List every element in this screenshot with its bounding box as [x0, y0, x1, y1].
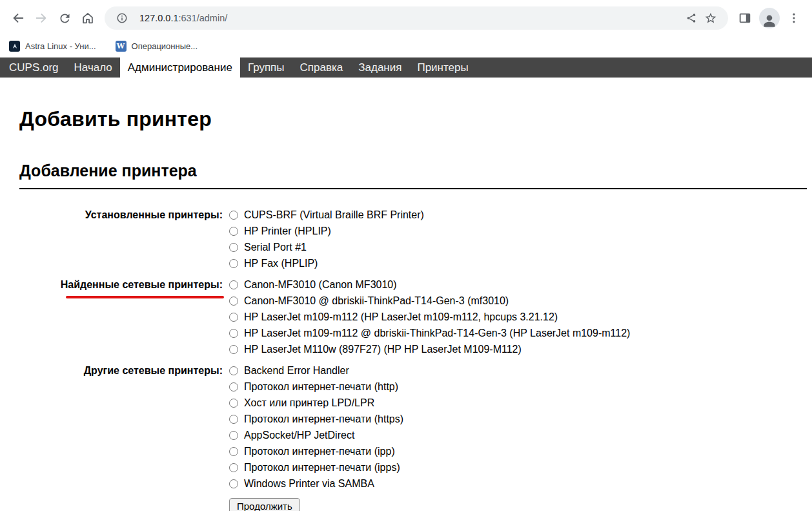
- printer-option-row: Serial Port #1: [228, 239, 807, 255]
- printer-option-row: HP LaserJet m109-m112 @ dbriskii-ThinkPa…: [228, 325, 807, 341]
- browser-menu-button[interactable]: [782, 6, 806, 30]
- printer-option-label: Протокол интернет-печати (https): [244, 413, 403, 425]
- avatar-icon: [761, 12, 778, 28]
- menu-icon: [787, 12, 800, 25]
- printer-radio[interactable]: [229, 415, 238, 424]
- back-button[interactable]: [6, 6, 30, 30]
- share-button[interactable]: [682, 8, 701, 28]
- nav-item[interactable]: Группы: [240, 57, 292, 78]
- printer-radio[interactable]: [229, 479, 238, 488]
- printer-option-label: Serial Port #1: [244, 242, 307, 253]
- form-group-options: Backend Error Handler Протокол интернет-…: [223, 362, 807, 492]
- printer-option-label: Canon-MF3010 (Canon MF3010): [244, 279, 397, 291]
- nav-item-label: Администрирование: [128, 61, 232, 74]
- form-group-options: CUPS-BRF (Virtual Braille BRF Printer) H…: [223, 207, 807, 271]
- page-title: Добавить принтер: [19, 107, 807, 131]
- nav-item[interactable]: Задания: [350, 57, 409, 78]
- printer-option-row: Canon-MF3010 (Canon MF3010): [228, 276, 807, 293]
- printer-option-label: Backend Error Handler: [244, 365, 349, 377]
- printer-option-row: HP LaserJet M110w (897F27) (HP HP LaserJ…: [228, 341, 807, 357]
- printer-radio[interactable]: [229, 463, 238, 472]
- nav-item-label: Группы: [248, 61, 285, 74]
- form-group: Другие сетевые принтеры: Backend Error H…: [6, 362, 807, 492]
- printer-radio[interactable]: [229, 431, 238, 440]
- red-annotation-underline: [66, 296, 224, 298]
- nav-item-label: Справка: [300, 61, 343, 74]
- printer-option-label: AppSocket/HP JetDirect: [244, 430, 354, 441]
- printer-option-row: CUPS-BRF (Virtual Braille BRF Printer): [228, 207, 807, 223]
- printer-option-row: AppSocket/HP JetDirect: [228, 427, 807, 443]
- nav-item[interactable]: Справка: [292, 57, 351, 78]
- section-title: Добавление принтера: [19, 162, 807, 189]
- printer-radio[interactable]: [229, 329, 238, 338]
- form-group: Найденные сетевые принтеры: Canon-MF3010…: [6, 276, 807, 357]
- printer-radio[interactable]: [229, 382, 238, 391]
- bookmark-label: Операционные...: [132, 41, 198, 51]
- nav-item-label: Начало: [74, 61, 112, 74]
- url-path: :631/admin/: [178, 13, 227, 23]
- profile-avatar[interactable]: [759, 8, 780, 28]
- printer-radio[interactable]: [229, 259, 238, 268]
- bookmark-astra-linux[interactable]: Astra Linux - Уни...: [9, 41, 96, 52]
- star-icon: [704, 12, 717, 25]
- add-printer-form: Установленные принтеры: CUPS-BRF (Virtua…: [6, 207, 807, 492]
- bookmark-star-button[interactable]: [701, 8, 720, 28]
- printer-option-label: Протокол интернет-печати (ipps): [244, 462, 400, 474]
- printer-radio[interactable]: [229, 280, 238, 289]
- printer-option-row: HP Printer (HPLIP): [228, 223, 807, 239]
- printer-radio[interactable]: [229, 366, 238, 375]
- nav-item-label: Задания: [358, 61, 401, 74]
- address-bar[interactable]: 127.0.0.1:631/admin/: [105, 6, 728, 30]
- forward-icon: [34, 11, 48, 25]
- printer-option-row: Протокол интернет-печати (ipp): [228, 443, 807, 459]
- printer-radio[interactable]: [229, 297, 238, 306]
- reload-button[interactable]: [53, 6, 76, 30]
- printer-option-row: Хост или принтер LPD/LPR: [228, 395, 807, 411]
- browser-toolbar: 127.0.0.1:631/admin/: [0, 0, 812, 36]
- printer-radio[interactable]: [229, 211, 238, 220]
- url-text: 127.0.0.1:631/admin/: [139, 13, 682, 23]
- printer-option-row: Windows Printer via SAMBA: [228, 475, 807, 492]
- printer-option-row: HP LaserJet m109-m112 (HP LaserJet m109-…: [228, 309, 807, 325]
- printer-option-row: Протокол интернет-печати (https): [228, 411, 807, 427]
- form-group-options: Canon-MF3010 (Canon MF3010) Canon-MF3010…: [223, 276, 807, 357]
- bookmarks-bar: Astra Linux - Уни... W Операционные...: [0, 36, 812, 56]
- back-icon: [11, 11, 25, 25]
- nav-item[interactable]: CUPS.org: [1, 57, 66, 78]
- printer-option-row: Backend Error Handler: [228, 362, 807, 379]
- printer-option-label: HP LaserJet m109-m112 (HP LaserJet m109-…: [244, 311, 558, 323]
- bookmark-wikipedia[interactable]: W Операционные...: [116, 41, 198, 52]
- printer-option-label: HP LaserJet M110w (897F27) (HP HP LaserJ…: [244, 344, 522, 355]
- home-icon: [81, 11, 95, 25]
- url-host: 127.0.0.1: [139, 13, 178, 23]
- form-group-label: Найденные сетевые принтеры:: [6, 276, 223, 357]
- info-icon: [116, 12, 128, 24]
- cups-page-content: Добавить принтер Добавление принтера Уст…: [0, 107, 812, 511]
- bookmark-label: Astra Linux - Уни...: [25, 41, 96, 51]
- forward-button[interactable]: [30, 6, 53, 30]
- form-group-label: Установленные принтеры:: [6, 207, 223, 271]
- printer-radio[interactable]: [229, 227, 238, 236]
- site-info-button[interactable]: [112, 8, 132, 28]
- printer-radio[interactable]: [229, 345, 238, 354]
- printer-option-row: Протокол интернет-печати (http): [228, 379, 807, 395]
- wikipedia-favicon: W: [116, 41, 127, 52]
- cups-navbar: CUPS.org Начало Администрирование Группы…: [0, 57, 812, 78]
- astra-favicon: [9, 41, 20, 52]
- printer-radio[interactable]: [229, 313, 238, 322]
- printer-option-label: HP Printer (HPLIP): [244, 225, 331, 237]
- printer-option-row: Протокол интернет-печати (ipps): [228, 459, 807, 475]
- printer-radio[interactable]: [229, 399, 238, 408]
- home-button[interactable]: [76, 6, 99, 30]
- form-group: Установленные принтеры: CUPS-BRF (Virtua…: [6, 207, 807, 271]
- continue-button[interactable]: Продолжить: [229, 498, 300, 511]
- nav-item[interactable]: Администрирование: [120, 57, 240, 78]
- printer-radio[interactable]: [229, 243, 238, 252]
- printer-option-label: Протокол интернет-печати (http): [244, 381, 398, 393]
- printer-radio[interactable]: [229, 447, 238, 456]
- nav-item[interactable]: Принтеры: [409, 57, 476, 78]
- side-panel-button[interactable]: [733, 6, 756, 30]
- nav-item[interactable]: Начало: [66, 57, 120, 78]
- share-icon: [685, 12, 697, 24]
- printer-option-label: Canon-MF3010 @ dbriskii-ThinkPad-T14-Gen…: [244, 295, 509, 307]
